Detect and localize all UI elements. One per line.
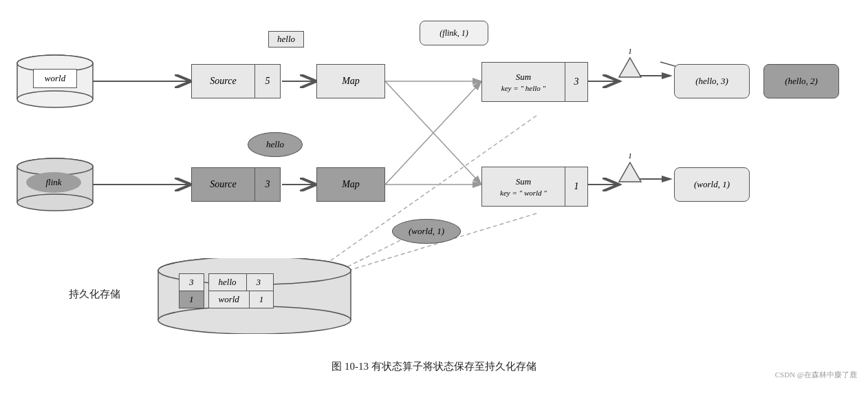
arrow-tri2 xyxy=(640,172,674,186)
sum-world-content: Sum key = " world " xyxy=(482,167,565,206)
diagram-caption: 图 10-13 有状态算子将状态保存至持久化存储 xyxy=(332,360,536,373)
svg-marker-29 xyxy=(619,162,641,182)
flink-label: flink xyxy=(26,172,81,193)
source-box-bottom: Source 3 xyxy=(191,167,281,202)
result-hello3: (hello, 3) xyxy=(674,64,750,98)
storage-num2: 1 xyxy=(180,291,204,308)
svg-point-26 xyxy=(17,194,93,211)
storage-key1: hello xyxy=(209,274,247,291)
world-bubble: (world, 1) xyxy=(392,219,461,244)
result-hello2: (hello, 2) xyxy=(763,64,839,98)
svg-marker-28 xyxy=(619,58,641,77)
sum-hello-box: Sum key = " hello " 3 xyxy=(481,62,588,102)
sum-world-label: Sum xyxy=(516,176,531,187)
top-cylinder: world xyxy=(14,54,96,109)
csdn-label: CSDN @在森林中麋了鹿 xyxy=(775,370,857,380)
flink-bubble: (flink, 1) xyxy=(420,21,488,45)
map-box-bottom: Map xyxy=(316,167,385,202)
storage-row2: world 1 xyxy=(209,291,274,308)
sum-hello-value: 3 xyxy=(565,63,587,101)
source-label-top: Source xyxy=(192,65,255,98)
storage-row1: hello 3 xyxy=(209,274,274,291)
sum-world-value: 1 xyxy=(565,167,587,206)
sum-hello-content: Sum key = " hello " xyxy=(482,63,565,101)
sum-world-box: Sum key = " world " 1 xyxy=(481,167,588,207)
triangle-bottom: 1 xyxy=(618,151,642,183)
sum-hello-label: Sum xyxy=(516,72,531,83)
storage-label: 持久化存储 xyxy=(69,288,120,301)
hello-bubble: hello xyxy=(248,132,303,157)
source-value-bottom: 3 xyxy=(255,168,280,201)
storage-key2: world xyxy=(209,291,250,308)
bottom-cylinder: flink xyxy=(14,157,96,212)
triangle-bottom-label: 1 xyxy=(628,151,632,160)
sum-world-key: key = " world " xyxy=(500,189,547,197)
storage-inner: 3 1 hello 3 world 1 xyxy=(179,273,274,308)
source-value-top: 5 xyxy=(255,65,280,98)
svg-line-5 xyxy=(385,81,481,185)
storage-cylinder: 3 1 hello 3 world 1 xyxy=(151,258,358,337)
source-label-bottom: Source xyxy=(192,168,255,201)
svg-point-38 xyxy=(158,306,351,334)
triangle-top: 1 xyxy=(618,47,642,78)
diagram-container: world flink Source 5 Source 3 Map Map Su… xyxy=(0,0,868,386)
svg-marker-33 xyxy=(662,176,673,182)
storage-val2: 1 xyxy=(250,291,274,308)
storage-num-col: 3 1 xyxy=(179,273,204,308)
map-box-top: Map xyxy=(316,64,385,98)
storage-val1: 3 xyxy=(247,274,271,291)
triangle-top-label: 1 xyxy=(628,47,632,55)
svg-point-20 xyxy=(17,91,93,107)
storage-kv-col: hello 3 world 1 xyxy=(208,273,274,308)
source-box-top: Source 5 xyxy=(191,64,281,98)
svg-line-9 xyxy=(385,81,481,185)
arrow-tri1 xyxy=(640,69,674,83)
result-world1: (world, 1) xyxy=(674,167,750,202)
sum-hello-key: key = " hello " xyxy=(501,84,545,92)
hello-top-label: hello xyxy=(268,31,304,48)
svg-marker-31 xyxy=(662,72,673,79)
storage-num1: 3 xyxy=(180,274,204,291)
world-label: world xyxy=(33,69,77,88)
